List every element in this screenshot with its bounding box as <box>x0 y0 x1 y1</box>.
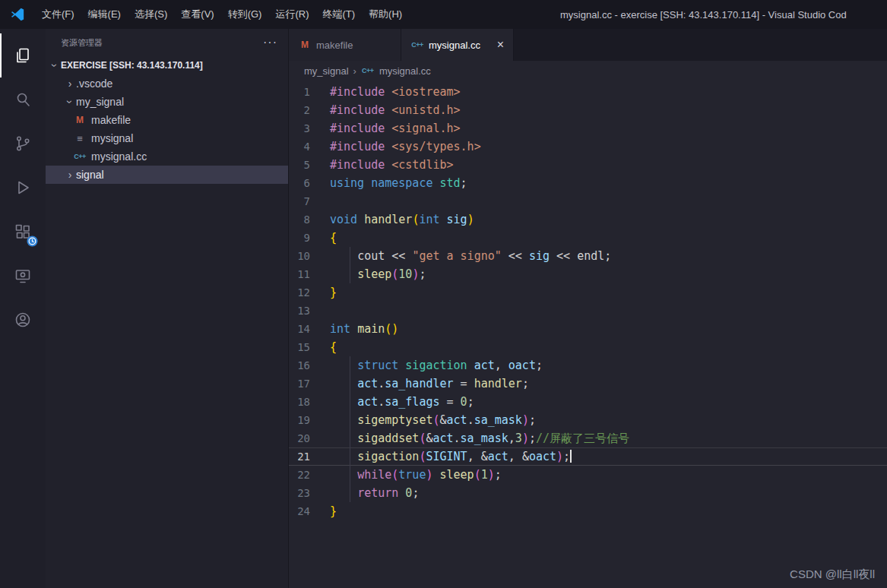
code-line-7[interactable]: 7 <box>289 192 887 210</box>
code-line-10[interactable]: 10 cout << "get a signo" << sig << endl; <box>289 247 887 265</box>
code-text: cout << "get a signo" << sig << endl; <box>330 247 611 265</box>
menu-item[interactable]: 转到(G) <box>221 0 269 29</box>
account-icon[interactable] <box>0 298 46 342</box>
line-number: 8 <box>289 210 330 229</box>
tree-file-mysignal.cc[interactable]: C++mysignal.cc <box>46 147 288 166</box>
code-text: int main() <box>330 320 398 338</box>
menu-item[interactable]: 编辑(E) <box>81 0 128 29</box>
code-line-4[interactable]: 4#include <sys/types.h> <box>289 138 887 156</box>
chevron-down-icon: › <box>64 96 76 108</box>
tree-file-makefile[interactable]: Mmakefile <box>46 111 288 129</box>
line-number: 6 <box>289 174 330 192</box>
tab-label: makefile <box>316 40 353 51</box>
line-number: 4 <box>289 138 330 156</box>
tab-makefile[interactable]: Mmakefile <box>289 29 401 61</box>
explorer-sidebar: 资源管理器 ··· › EXERCISE [SSH: 43.143.170.11… <box>46 29 289 588</box>
titlebar: 文件(F)编辑(E)选择(S)查看(V)转到(G)运行(R)终端(T)帮助(H)… <box>0 0 887 29</box>
line-number: 9 <box>289 229 330 247</box>
menu-item[interactable]: 查看(V) <box>174 0 220 29</box>
code-text: void handler(int sig) <box>330 210 474 229</box>
code-line-9[interactable]: 9{ <box>289 229 887 247</box>
breadcrumb: my_signal›C++mysignal.cc <box>289 61 887 81</box>
code-text: #include <unistd.h> <box>330 101 461 119</box>
editor[interactable]: 1#include <iostream>2#include <unistd.h>… <box>289 81 887 588</box>
tree-folder-signal[interactable]: ›signal <box>46 166 288 184</box>
code-text: using namespace std; <box>330 174 467 192</box>
sidebar-header: 资源管理器 ··· <box>46 29 288 56</box>
vscode-logo-icon <box>0 7 35 22</box>
line-number: 18 <box>289 393 330 411</box>
code-line-14[interactable]: 14int main() <box>289 320 887 338</box>
chevron-right-icon: › <box>64 77 76 90</box>
code-line-20[interactable]: 20 sigaddset(&act.sa_mask,3);//屏蔽了三号信号 <box>289 429 887 447</box>
tree-file-mysignal[interactable]: ≡mysignal <box>46 129 288 147</box>
breadcrumb-item[interactable]: mysignal.cc <box>379 65 431 77</box>
tree-item-label: signal <box>76 169 104 181</box>
menu-item[interactable]: 帮助(H) <box>362 0 409 29</box>
code-line-17[interactable]: 17 act.sa_handler = handler; <box>289 375 887 393</box>
activity-bar <box>0 29 46 588</box>
code-line-21[interactable]: 21 sigaction(SIGINT, &act, &oact); <box>289 447 887 466</box>
line-number: 20 <box>289 429 330 447</box>
tree-item-label: mysignal.cc <box>91 150 147 163</box>
run-debug-icon[interactable] <box>0 166 46 210</box>
code-text: sleep(10); <box>330 265 426 283</box>
code-text: { <box>330 338 337 356</box>
remote-explorer-icon[interactable] <box>0 254 46 298</box>
code-line-1[interactable]: 1#include <iostream> <box>289 83 887 101</box>
code-line-2[interactable]: 2#include <unistd.h> <box>289 101 887 119</box>
tree-item-label: .vscode <box>76 77 112 90</box>
line-number: 12 <box>289 283 330 302</box>
line-number: 15 <box>289 338 330 356</box>
workbench: 资源管理器 ··· › EXERCISE [SSH: 43.143.170.11… <box>0 29 887 588</box>
code-line-8[interactable]: 8void handler(int sig) <box>289 210 887 229</box>
code-line-18[interactable]: 18 act.sa_flags = 0; <box>289 393 887 411</box>
code-line-15[interactable]: 15{ <box>289 338 887 356</box>
search-icon[interactable] <box>0 77 46 122</box>
tab-label: mysignal.cc <box>429 40 480 51</box>
code-line-23[interactable]: 23 return 0; <box>289 484 887 502</box>
code-text: #include <cstdlib> <box>330 156 454 174</box>
code-line-13[interactable]: 13 <box>289 302 887 320</box>
code-line-24[interactable]: 24} <box>289 502 887 520</box>
menu-bar: 文件(F)编辑(E)选择(S)查看(V)转到(G)运行(R)终端(T)帮助(H) <box>35 0 409 29</box>
tree-folder-.vscode[interactable]: ›.vscode <box>46 74 288 93</box>
sidebar-title: 资源管理器 <box>61 37 103 49</box>
tree-folder-my_signal[interactable]: ›my_signal <box>46 93 288 111</box>
editor-group: MmakefileC++mysignal.cc× my_signal›C++my… <box>289 29 887 588</box>
explorer-icon[interactable] <box>0 33 46 77</box>
code-line-12[interactable]: 12} <box>289 283 887 302</box>
menu-item[interactable]: 选择(S) <box>128 0 174 29</box>
breadcrumb-item[interactable]: my_signal <box>304 65 349 77</box>
line-number: 10 <box>289 247 330 265</box>
code-line-11[interactable]: 11 sleep(10); <box>289 265 887 283</box>
extensions-icon[interactable] <box>0 210 46 254</box>
code-text: return 0; <box>330 484 419 502</box>
code-line-19[interactable]: 19 sigemptyset(&act.sa_mask); <box>289 411 887 429</box>
menu-item[interactable]: 终端(T) <box>315 0 362 29</box>
menu-item[interactable]: 运行(R) <box>268 0 315 29</box>
line-number: 14 <box>289 320 330 338</box>
code-area: 1#include <iostream>2#include <unistd.h>… <box>289 83 887 520</box>
clock-badge-icon <box>27 236 38 247</box>
code-text: act.sa_flags = 0; <box>330 393 474 411</box>
tab-mysignal.cc[interactable]: C++mysignal.cc× <box>401 29 514 61</box>
code-line-16[interactable]: 16 struct sigaction act, oact; <box>289 356 887 375</box>
code-line-5[interactable]: 5#include <cstdlib> <box>289 156 887 174</box>
vscode-window: 文件(F)编辑(E)选择(S)查看(V)转到(G)运行(R)终端(T)帮助(H)… <box>0 0 887 588</box>
tab-bar: MmakefileC++mysignal.cc× <box>289 29 887 61</box>
close-tab-icon[interactable]: × <box>485 39 504 51</box>
code-text: struct sigaction act, oact; <box>330 356 543 375</box>
line-number: 24 <box>289 502 330 520</box>
more-actions-icon[interactable]: ··· <box>263 36 277 49</box>
code-line-22[interactable]: 22 while(true) sleep(1); <box>289 466 887 484</box>
explorer-section-header[interactable]: › EXERCISE [SSH: 43.143.170.114] <box>46 56 288 74</box>
code-line-3[interactable]: 3#include <signal.h> <box>289 119 887 138</box>
line-number: 2 <box>289 101 330 119</box>
menu-item[interactable]: 文件(F) <box>35 0 81 29</box>
csdn-watermark: CSDN @ll白ll夜ll <box>790 567 875 582</box>
chevron-down-icon: › <box>49 59 61 71</box>
source-control-icon[interactable] <box>0 122 46 166</box>
code-line-6[interactable]: 6using namespace std; <box>289 174 887 192</box>
code-text: sigaction(SIGINT, &act, &oact); <box>330 447 572 466</box>
